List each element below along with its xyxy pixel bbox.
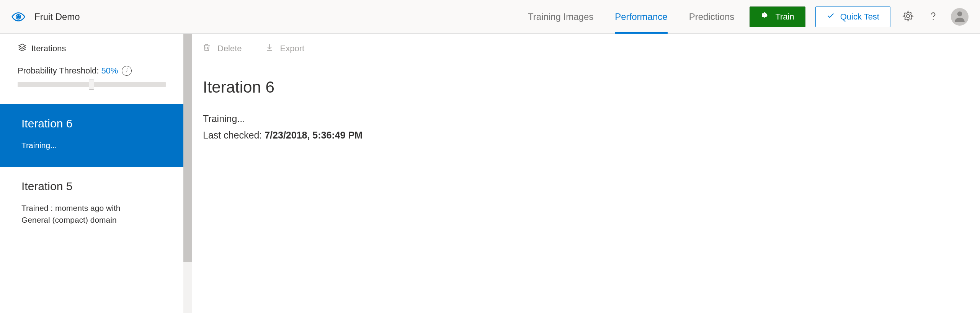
trash-icon (202, 43, 211, 54)
main-panel: Delete Export Iteration 6 Training... La… (192, 34, 980, 313)
download-icon (265, 43, 274, 54)
train-button[interactable]: Train (750, 7, 805, 27)
check-icon (826, 11, 835, 22)
tab-predictions[interactable]: Predictions (689, 0, 735, 33)
delete-label: Delete (217, 44, 242, 54)
detail-status: Training... (203, 113, 969, 124)
export-button[interactable]: Export (265, 43, 305, 54)
export-label: Export (280, 44, 305, 54)
probability-threshold-row: Probability Threshold: 50% i (0, 59, 183, 80)
iteration-title: Iteration 5 (21, 180, 162, 193)
tab-training-images[interactable]: Training Images (528, 0, 593, 33)
detail-title: Iteration 6 (203, 78, 969, 96)
tab-performance[interactable]: Performance (615, 0, 667, 33)
person-icon (953, 9, 967, 24)
settings-button[interactable] (900, 9, 916, 24)
detail-last-checked: Last checked: 7/23/2018, 5:36:49 PM (203, 130, 969, 141)
delete-button[interactable]: Delete (202, 43, 242, 54)
sidebar-inner: Iterations Probability Threshold: 50% i … (0, 34, 183, 313)
iteration-item-5[interactable]: Iteration 5 Trained : moments ago with G… (0, 167, 183, 241)
nav-tabs: Training Images Performance Predictions (528, 0, 734, 33)
threshold-slider[interactable] (18, 82, 166, 87)
sidebar-scrollbar[interactable] (183, 34, 192, 313)
svg-point-5 (957, 11, 962, 16)
topbar: Fruit Demo Training Images Performance P… (0, 0, 980, 34)
iterations-header: Iterations (0, 34, 183, 59)
iteration-item-6[interactable]: Iteration 6 Training... (0, 104, 183, 167)
brand: Fruit Demo (11, 10, 80, 24)
last-checked-label: Last checked: (203, 130, 265, 140)
detail-toolbar: Delete Export (192, 34, 980, 57)
scrollbar-thumb[interactable] (183, 34, 192, 262)
svg-point-3 (906, 15, 910, 18)
gear-icon (902, 10, 914, 23)
train-button-label: Train (775, 12, 794, 22)
quick-test-button[interactable]: Quick Test (815, 7, 890, 27)
iteration-detail: Iteration 6 Training... Last checked: 7/… (192, 57, 980, 161)
threshold-value: 50% (101, 66, 118, 76)
question-icon (928, 10, 939, 23)
gears-icon (761, 11, 770, 23)
quick-test-label: Quick Test (840, 12, 879, 22)
threshold-label: Probability Threshold: (18, 66, 99, 76)
iterations-heading-label: Iterations (31, 44, 66, 54)
last-checked-timestamp: 7/23/2018, 5:36:49 PM (265, 130, 363, 140)
layers-icon (18, 43, 27, 54)
content: Iterations Probability Threshold: 50% i … (0, 34, 980, 313)
slider-thumb[interactable] (89, 80, 94, 90)
iteration-subtitle: Training... (21, 139, 162, 152)
project-title: Fruit Demo (34, 11, 80, 22)
user-avatar[interactable] (951, 8, 969, 26)
sidebar: Iterations Probability Threshold: 50% i … (0, 34, 192, 313)
svg-point-0 (17, 16, 20, 18)
help-button[interactable] (926, 9, 941, 24)
vision-eye-icon (11, 10, 25, 24)
iteration-title: Iteration 6 (21, 117, 162, 130)
info-icon[interactable]: i (122, 66, 132, 76)
iteration-subtitle: Trained : moments ago with General (comp… (21, 202, 136, 226)
svg-point-4 (933, 18, 934, 20)
top-actions: Train Quick Test (750, 7, 969, 27)
